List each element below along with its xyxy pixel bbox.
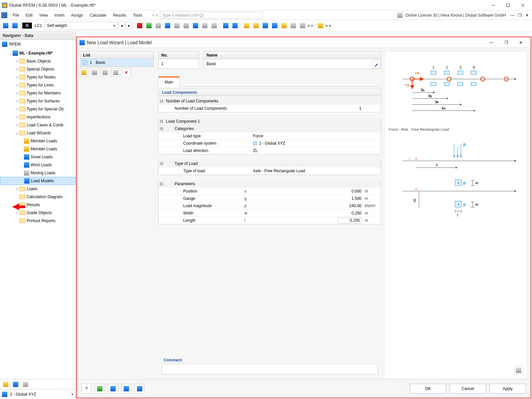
- maximize-button[interactable]: [501, 1, 515, 10]
- tree-folder[interactable]: ›Results: [0, 201, 75, 209]
- loadcase-prev-button[interactable]: ◂: [118, 22, 125, 30]
- mdi-close-button[interactable]: ✕: [523, 12, 531, 19]
- tree-folder[interactable]: ›Guide Objects: [0, 209, 75, 217]
- menu-tools[interactable]: Tools: [130, 11, 146, 20]
- footer-help-button[interactable]: ?: [81, 384, 91, 394]
- tree-folder[interactable]: ›Loads: [0, 185, 75, 193]
- list-check1-button[interactable]: [101, 68, 109, 77]
- tree-folder[interactable]: ›Basic Objects: [0, 57, 75, 65]
- tree-folder[interactable]: ›Special Objects: [0, 65, 75, 73]
- tree-model[interactable]: ⌄ ML - Example.rf6*: [0, 49, 75, 57]
- footer-units-button[interactable]: [95, 384, 105, 394]
- row-num-comp[interactable]: Number of Load Components 1: [159, 105, 381, 112]
- param-p[interactable]: Load magnitudep240.00kN/m²: [159, 202, 381, 209]
- cancel-button[interactable]: Cancel: [450, 384, 486, 394]
- toolbar-btn-1[interactable]: [1, 21, 10, 30]
- row-type-of-load[interactable]: Type of load Axle - Free Rectangular Loa…: [159, 167, 381, 175]
- close-button[interactable]: [515, 1, 530, 10]
- keyword-search-input[interactable]: Type a keyword (Alt+Q): [160, 12, 263, 19]
- toolbar-btn-xxx[interactable]: [210, 21, 218, 30]
- toolbar-btn-pin[interactable]: [135, 21, 144, 30]
- tree-wizard-item[interactable]: Member Loads: [0, 137, 75, 145]
- menu-view[interactable]: View: [36, 11, 51, 20]
- menu-calculate[interactable]: Calculate: [86, 11, 110, 20]
- tree-wizard-item[interactable]: Member Loads: [0, 145, 75, 153]
- toolbar-btn-xx2[interactable]: [173, 21, 181, 30]
- coord-system-label[interactable]: 1 - Global XYZ: [10, 392, 36, 397]
- ribbon-app-icon[interactable]: [1, 12, 7, 18]
- menu-assign[interactable]: Assign: [68, 11, 86, 20]
- toolbar-btn-flag[interactable]: [316, 21, 325, 30]
- toolbar-btn-arrow[interactable]: [200, 21, 209, 30]
- tree-wizard-item[interactable]: Snow Loads: [0, 153, 75, 161]
- tree-load-wizards[interactable]: ⌄Load Wizards: [0, 129, 75, 137]
- menu-edit[interactable]: Edit: [22, 11, 36, 20]
- toolbar-btn-folder[interactable]: [252, 21, 260, 30]
- toolbar-btn-grid2[interactable]: [231, 21, 239, 30]
- tree-folder[interactable]: ›Types for Special Ob: [0, 105, 75, 113]
- row-parameters-group[interactable]: Parameters: [165, 182, 244, 186]
- name-field-input[interactable]: Basic: [203, 59, 381, 69]
- tree-folder[interactable]: ›Types for Members: [0, 89, 75, 97]
- row-num-comp-group[interactable]: Number of Load Components: [165, 99, 244, 103]
- nav-tab-data[interactable]: [1, 380, 10, 389]
- row-categories[interactable]: Categories: [165, 126, 244, 131]
- toolbar-btn-eye[interactable]: [163, 21, 172, 30]
- toolbar-btn-cube2[interactable]: [191, 21, 200, 30]
- no-field-input[interactable]: 1: [158, 59, 199, 69]
- toolbar-btn-2[interactable]: [11, 21, 19, 30]
- tree-wizard-item[interactable]: Moving Loads: [0, 169, 75, 177]
- mdi-minimize-button[interactable]: —: [509, 12, 516, 19]
- param-w[interactable]: Widthw0.250m: [159, 209, 381, 217]
- footer-view1-button[interactable]: [108, 384, 118, 394]
- nav-tab-views[interactable]: [21, 380, 30, 389]
- toolbar-btn-xx1[interactable]: [154, 21, 163, 30]
- tree-folder[interactable]: ›Types for Surfaces: [0, 97, 75, 105]
- row-type-of-load-group[interactable]: Type of Load: [165, 161, 244, 166]
- dialog-minimize-button[interactable]: —: [484, 38, 499, 47]
- param-l[interactable]: Lengthl0.250m: [159, 217, 381, 224]
- tree-folder[interactable]: ›Load Cases & Comb: [0, 121, 75, 129]
- list-duplicate-button[interactable]: [90, 68, 99, 77]
- tree-load-models[interactable]: Load Models: [0, 177, 75, 185]
- row-coord-system[interactable]: Coordinate system 1 - Global XYZ: [159, 140, 381, 147]
- name-edit-button[interactable]: [372, 61, 380, 68]
- tree-folder[interactable]: ›Imperfections: [0, 113, 75, 121]
- footer-view2-button[interactable]: [121, 384, 131, 394]
- list-item-basic[interactable]: 1 Basic: [80, 59, 153, 66]
- tree-folder[interactable]: Printout Reports: [0, 217, 75, 225]
- loadcase-combo[interactable]: Self-weight: [45, 22, 118, 30]
- apply-button[interactable]: Apply: [489, 384, 526, 394]
- tab-main[interactable]: Main: [158, 76, 180, 87]
- row-load-direction[interactable]: Load direction ZL: [159, 147, 381, 154]
- menu-results[interactable]: Results: [110, 11, 130, 20]
- menu-overflow-icon[interactable]: » »: [150, 13, 160, 18]
- toolbar-btn-cloud[interactable]: [261, 21, 270, 30]
- toolbar-overflow-2[interactable]: » »: [326, 23, 331, 28]
- toolbar-overflow-1[interactable]: » »: [308, 23, 313, 28]
- mdi-restore-button[interactable]: ❐: [516, 12, 523, 19]
- row-lc1-group[interactable]: Load Component 1: [165, 119, 244, 124]
- toolbar-btn-sheet2[interactable]: [280, 21, 288, 30]
- tree-folder[interactable]: ›Types for Lines: [0, 81, 75, 89]
- row-load-type[interactable]: Load type Force: [159, 132, 381, 140]
- menu-file[interactable]: File: [9, 11, 22, 20]
- tree-wizard-item[interactable]: Wind Loads: [0, 161, 75, 169]
- dialog-maximize-button[interactable]: ❐: [499, 38, 513, 47]
- toolbar-btn-print[interactable]: [298, 21, 307, 30]
- ok-button[interactable]: OK: [410, 384, 446, 394]
- menu-insert[interactable]: Insert: [51, 11, 68, 20]
- footer-view3-button[interactable]: [135, 384, 145, 394]
- toolbar-btn-sheet[interactable]: [242, 21, 251, 30]
- param-g[interactable]: Gaugeg1.500m: [159, 195, 381, 202]
- nav-tab-display[interactable]: [11, 380, 20, 389]
- toolbar-btn-grid1[interactable]: [221, 21, 230, 30]
- toolbar-btn-refresh[interactable]: [145, 21, 153, 30]
- minimize-button[interactable]: [486, 1, 501, 10]
- param-x[interactable]: Positionx0.000m: [159, 188, 381, 195]
- dialog-close-button[interactable]: ✕: [513, 38, 528, 47]
- toolbar-btn-gear[interactable]: [270, 21, 279, 30]
- list-check2-button[interactable]: [111, 68, 120, 77]
- loadcase-next-button[interactable]: ▸: [126, 22, 132, 30]
- list-delete-button[interactable]: ✕: [122, 68, 131, 77]
